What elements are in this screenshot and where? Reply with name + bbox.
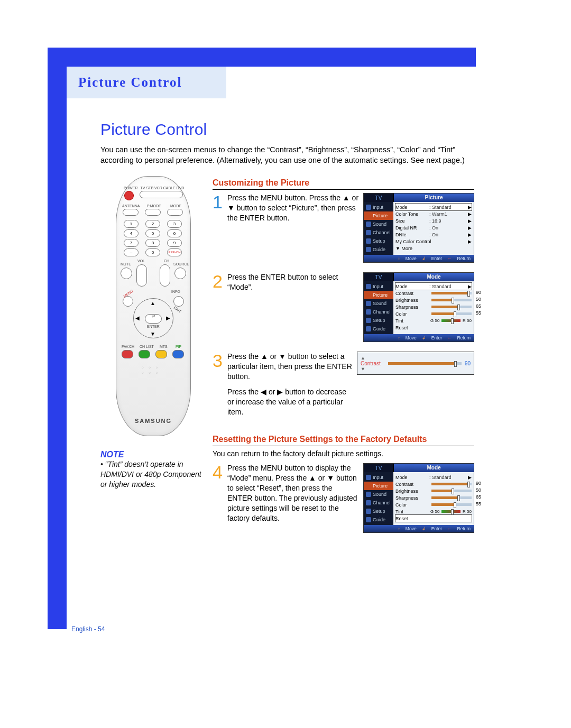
step-3a-text: Press the ▲ or ▼ button to select a part… — [227, 352, 353, 382]
osd-title-3: Mode — [394, 464, 474, 472]
osd-side-setup-2: Setup — [364, 316, 393, 325]
remote-illustration: POWER TV STB VCR CABLE DVD ANTENNA P.MOD… — [116, 176, 191, 436]
input-icon — [366, 475, 371, 480]
intro-text: You can use the on-screen menus to chang… — [100, 145, 481, 165]
keypad-3: 3 — [167, 220, 182, 228]
device-select-row — [140, 191, 183, 198]
osd-row-digitalnr: Digital NR: On▶ — [395, 224, 472, 231]
keypad-4: 4 — [124, 229, 139, 237]
osd-mode-menu: TV Mode Input Picture Sound Channel Setu… — [363, 272, 474, 342]
osd-side-picture-2: Picture — [364, 291, 393, 299]
keypad-0: 0 — [145, 248, 160, 256]
source-button — [174, 268, 186, 279]
setup-icon — [366, 238, 371, 244]
osd-title-2: Mode — [394, 273, 474, 281]
decor-left-bar — [48, 48, 67, 629]
contrast-label: Contrast — [361, 361, 386, 366]
dpad-left-icon: ◀ — [135, 315, 140, 321]
picture-icon — [366, 213, 371, 218]
sound-icon — [366, 492, 371, 497]
osd-row-mycolor: My Color Control▶ — [395, 238, 472, 245]
keypad-8: 8 — [145, 239, 160, 247]
left-column: POWER TV STB VCR CABLE DVD ANTENNA P.MOD… — [100, 176, 206, 490]
arrow-right-icon: ▶ — [468, 205, 472, 210]
channel-icon — [366, 230, 371, 235]
keypad-dash: – — [124, 248, 139, 256]
remote-label-ch: CH — [164, 259, 169, 263]
dpad-up-icon: ▲ — [150, 300, 155, 306]
osd-row-colortone: Color Tone: Warm1▶ — [395, 210, 472, 217]
osd-row-reset-sel: Reset — [395, 515, 472, 522]
osd-tv-tab-2: TV — [364, 273, 394, 281]
note-body: • “Tint” doesn’t operate in HDMI/DVI or … — [100, 459, 206, 490]
remote-label-favch: FAV.CH — [122, 345, 134, 348]
dots-row-2: ○ ○ ○ — [142, 371, 160, 374]
osd-row-dnie: DNIe: On▶ — [395, 231, 472, 238]
picture-icon — [366, 292, 371, 298]
picture-icon — [366, 483, 371, 489]
remote-label-info: INFO — [171, 290, 180, 293]
ch-rocker — [160, 264, 170, 287]
osd-side-guide: Guide — [364, 245, 393, 254]
subheader-customizing: Customizing the Picture — [213, 178, 474, 190]
osd-main-2: Mode: Standard▶ Contrast90 Brightness50 … — [393, 281, 474, 334]
step-2-text: Press the ENTER button to select “Mode”. — [227, 272, 363, 342]
osd-side-guide-2: Guide — [364, 325, 393, 333]
dots-row-1: ○ ○ ○ — [142, 366, 160, 369]
osd-sidebar-2: Input Picture Sound Channel Setup Guide — [364, 281, 393, 334]
keypad-6: 6 — [167, 229, 182, 237]
contrast-value: 90 — [465, 361, 471, 366]
move-icon: ↕ — [398, 256, 400, 261]
remote-label-mode: MODE — [170, 204, 181, 208]
osd-footer-2: ↕Move ↲Enter ←Return — [364, 334, 474, 342]
osd-reset-menu: TV Mode Input Picture Sound Channel Setu… — [363, 463, 474, 533]
note-heading: NOTE — [100, 450, 206, 459]
chapter-title: Picture Control — [78, 75, 182, 90]
step-4-text: Press the MENU button to display the “Mo… — [227, 463, 363, 533]
keypad-5: 5 — [145, 229, 160, 237]
osd-slider-tint: TintG 50R 50 — [395, 317, 472, 324]
guide-icon — [366, 326, 371, 331]
osd-row-more: ▼ More — [395, 245, 472, 252]
step-1: 1 Press the MENU button. Press the ▲ or … — [213, 193, 474, 263]
antenna-button — [123, 209, 139, 216]
step-3b-text: Press the ◀ or ▶ button to decrease or i… — [227, 387, 353, 417]
osd-row-reset: Reset — [395, 324, 472, 331]
sound-icon — [366, 222, 371, 227]
osd-tv-tab-3: TV — [364, 464, 394, 472]
input-icon — [366, 284, 371, 289]
dpad-right-icon: ▶ — [166, 315, 170, 321]
osd-slider-sharpness: Sharpness65 — [395, 303, 472, 310]
osd-contrast-bar: ▲ Contrast 90 ▼ — [357, 352, 474, 375]
remote-label-pip: PIP — [176, 345, 181, 348]
remote-label-power: POWER — [124, 186, 137, 190]
yellow-button — [155, 350, 167, 358]
remote-label-mts: MTS — [160, 345, 168, 348]
step-4: 4 Press the MENU button to display the “… — [213, 463, 474, 533]
step-2: 2 Press the ENTER button to select “Mode… — [213, 272, 474, 342]
remote-label-vol: VOL — [137, 259, 145, 263]
osd-footer: ↕Move ↲Enter ←Return — [364, 255, 474, 262]
osd-slider-brightness: Brightness50 — [395, 297, 472, 303]
osd-footer-3: ↕Move ↲Enter ←Return — [364, 525, 474, 532]
osd-main-3: Mode: Standard▶ Contrast90 Brightness50 … — [393, 472, 474, 525]
osd-row-size: Size: 16:9▶ — [395, 217, 472, 224]
osd-side-channel: Channel — [364, 228, 393, 237]
menu-button — [123, 296, 133, 307]
osd-side-channel-2: Channel — [364, 308, 393, 316]
page-footer: English - 54 — [71, 625, 105, 633]
chapter-title-bg: Picture Control — [67, 67, 226, 98]
remote-label-antenna: ANTENNA — [122, 204, 140, 208]
right-column: Customizing the Picture 1 Press the MENU… — [213, 176, 474, 542]
remote-label-row1: TV STB VCR CABLE DVD — [140, 186, 185, 190]
content-area: Picture Control You can use the on-scree… — [100, 111, 481, 542]
remote-label-mute: MUTE — [121, 262, 131, 266]
pmode-button — [145, 209, 161, 216]
remote-label-enter: ENTER — [147, 325, 160, 328]
step-number-1: 1 — [213, 193, 227, 263]
section-title: Picture Control — [100, 121, 481, 139]
mode-button — [167, 209, 183, 216]
keypad-7: 7 — [124, 239, 139, 247]
guide-icon — [366, 517, 371, 522]
step-3-text: Press the ▲ or ▼ button to select a part… — [227, 352, 357, 417]
